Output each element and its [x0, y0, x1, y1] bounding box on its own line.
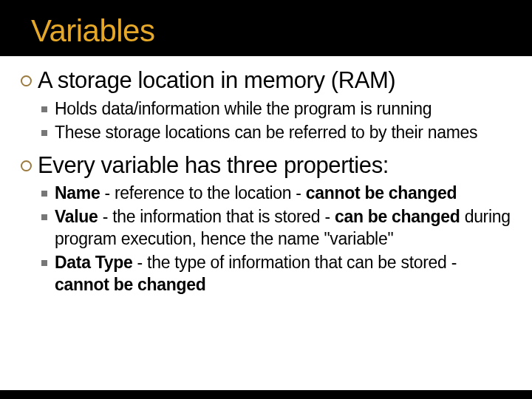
square-bullet-icon	[41, 214, 47, 220]
sub-bullet-item: Name - reference to the location - canno…	[41, 183, 511, 205]
bullet-item: Every variable has three properties:	[21, 151, 511, 180]
sub-list: Name - reference to the location - canno…	[41, 183, 511, 296]
bullet-text: Every variable has three properties:	[38, 151, 389, 180]
slide: Variables A storage location in memory (…	[0, 0, 532, 399]
bullet-text: A storage location in memory (RAM)	[38, 66, 395, 95]
sub-bullet-item: Data Type - the type of information that…	[41, 252, 511, 296]
sub-bullet-text: Value - the information that is stored -…	[55, 206, 511, 250]
square-bullet-icon	[41, 191, 47, 197]
sub-list: Holds data/information while the program…	[41, 98, 511, 144]
circle-bullet-icon	[21, 75, 32, 86]
title-band: Variables	[0, 0, 532, 56]
content-area: A storage location in memory (RAM) Holds…	[0, 56, 532, 390]
square-bullet-icon	[41, 106, 47, 112]
sub-bullet-item: These storage locations can be referred …	[41, 122, 511, 144]
sub-bullet-text: These storage locations can be referred …	[55, 122, 477, 144]
circle-bullet-icon	[21, 160, 32, 171]
sub-bullet-text: Name - reference to the location - canno…	[55, 183, 457, 205]
sub-bullet-text: Holds data/information while the program…	[55, 98, 432, 120]
bullet-item: A storage location in memory (RAM)	[21, 66, 511, 95]
square-bullet-icon	[41, 130, 47, 136]
sub-bullet-item: Value - the information that is stored -…	[41, 206, 511, 250]
sub-bullet-item: Holds data/information while the program…	[41, 98, 511, 120]
slide-title: Variables	[31, 13, 532, 49]
sub-bullet-text: Data Type - the type of information that…	[55, 252, 511, 296]
square-bullet-icon	[41, 260, 47, 266]
